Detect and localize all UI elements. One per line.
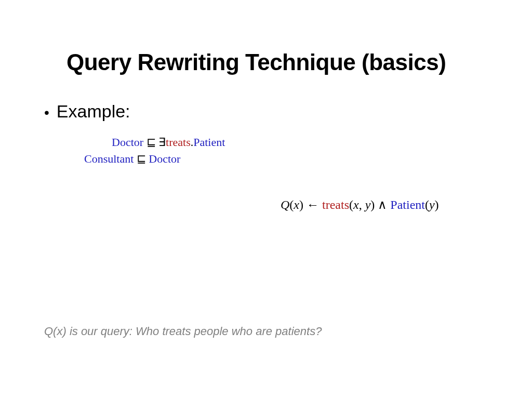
sqsubseteq-icon: ⊑	[137, 152, 146, 166]
bullet-dot: •	[44, 105, 49, 120]
concept-doctor-2: Doctor	[149, 152, 180, 165]
role-treats-q: treats	[322, 198, 349, 211]
leftarrow-icon: ←	[303, 198, 322, 211]
slide-title: Query Rewriting Technique (basics)	[66, 49, 446, 75]
query-head: Q	[281, 198, 289, 211]
bullet-label: Example:	[57, 101, 130, 122]
concept-doctor: Doctor	[112, 136, 143, 149]
concept-patient-q: Patient	[390, 198, 425, 211]
concept-consultant: Consultant	[84, 152, 134, 165]
axiom-1: Doctor ⊑ ∃treats.Patient	[112, 136, 225, 149]
role-treats: treats	[166, 136, 191, 149]
query-definition: Q(x) ← treats(x, y) ∧ Patient(y)	[281, 197, 439, 212]
wedge-icon: ∧	[375, 198, 390, 211]
bullet-example: • Example:	[44, 101, 130, 122]
footnote: Q(x) is our query: Who treats people who…	[44, 325, 322, 338]
exists-icon: ∃	[158, 136, 166, 149]
axiom-2: Consultant ⊑ Doctor	[84, 152, 180, 166]
sqsubseteq-icon: ⊑	[147, 136, 156, 149]
concept-patient: Patient	[193, 136, 225, 149]
